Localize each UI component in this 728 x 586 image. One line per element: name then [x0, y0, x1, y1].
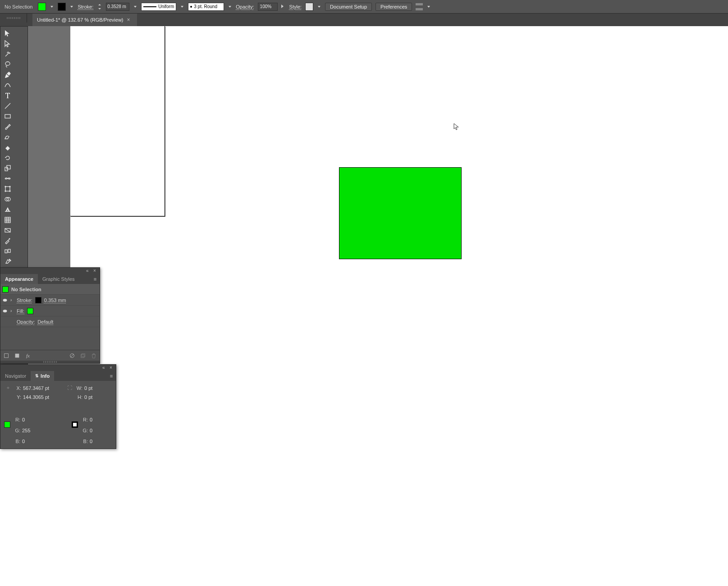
panel-header[interactable]: « ×	[0, 268, 100, 274]
tab-info[interactable]: ⇅Info	[31, 371, 54, 381]
direct-selection-tool[interactable]	[1, 39, 14, 49]
stroke-dropdown[interactable]	[69, 4, 74, 10]
stroke-type-select[interactable]: Uniform	[141, 3, 176, 11]
add-effect-icon[interactable]: fx	[25, 353, 31, 359]
style-dropdown[interactable]	[317, 4, 321, 10]
cursor-icon	[453, 123, 461, 130]
selection-tool[interactable]	[1, 28, 14, 38]
collapse-icon[interactable]: «	[86, 269, 91, 273]
paintbrush-tool[interactable]	[1, 122, 14, 132]
brush-dropdown[interactable]	[228, 4, 232, 10]
opacity-arrow-icon[interactable]	[281, 5, 286, 9]
tab-appearance[interactable]: Appearance	[0, 274, 38, 284]
pasteboard-edge	[28, 26, 70, 267]
tab-navigator[interactable]: Navigator	[0, 371, 31, 381]
rotate-tool[interactable]	[1, 153, 14, 163]
fill-swatch[interactable]	[38, 3, 46, 11]
close-tab-icon[interactable]: ×	[127, 17, 133, 23]
panel-menu-icon[interactable]	[91, 274, 100, 284]
opacity-row-label[interactable]: Opacity:	[17, 319, 35, 325]
scale-tool[interactable]	[1, 163, 14, 173]
stroke-stepper[interactable]	[97, 3, 102, 11]
close-panel-icon[interactable]: ×	[93, 269, 98, 273]
visibility-icon[interactable]	[2, 298, 8, 303]
rectangle-object[interactable]	[339, 167, 462, 259]
opacity-input[interactable]: 100%	[258, 3, 278, 11]
align-icon[interactable]	[416, 3, 423, 10]
brush-select[interactable]: 3 pt. Round	[188, 3, 224, 11]
shaper-tool[interactable]	[1, 132, 14, 142]
visibility-icon[interactable]	[2, 308, 8, 314]
opacity-row-value[interactable]: Default	[37, 319, 53, 325]
lasso-tool[interactable]	[1, 60, 14, 69]
svg-rect-34	[82, 353, 85, 357]
y-value: 144.3065 pt	[23, 394, 55, 400]
appearance-title: No Selection	[11, 287, 41, 292]
delete-icon[interactable]	[91, 353, 97, 359]
fill-color-thumbnail[interactable]	[27, 308, 33, 314]
fill-dropdown[interactable]	[50, 4, 54, 10]
free-transform-tool[interactable]	[1, 184, 14, 194]
stroke-value[interactable]: 0.353 mm	[44, 298, 66, 303]
rectangle-tool[interactable]	[1, 111, 14, 121]
opacity-label: Opacity:	[236, 4, 254, 9]
add-stroke-icon[interactable]	[3, 353, 9, 359]
clear-icon[interactable]	[69, 353, 75, 359]
visibility-icon[interactable]	[2, 319, 8, 325]
stroke-g: 0	[90, 428, 121, 433]
stroke-value-dropdown[interactable]	[133, 4, 137, 10]
curvature-tool[interactable]	[1, 80, 14, 90]
stroke-row[interactable]: › Stroke: 0.353 mm	[0, 295, 100, 306]
color-readout: R:0 G:255 B:0 R:0 G:0 B:0	[4, 415, 112, 446]
style-swatch[interactable]	[305, 3, 313, 11]
svg-rect-1	[5, 114, 10, 118]
panel-tabs: Navigator ⇅Info	[0, 371, 116, 381]
y-label: Y:	[14, 394, 21, 400]
mesh-tool[interactable]	[1, 215, 14, 225]
perspective-grid-tool[interactable]	[1, 205, 14, 215]
stroke-type-dropdown[interactable]	[180, 4, 184, 10]
h-label: H:	[75, 394, 82, 400]
line-segment-tool[interactable]	[1, 101, 14, 111]
stroke-color-thumbnail[interactable]	[35, 297, 41, 303]
svg-point-29	[5, 310, 6, 311]
fill-label[interactable]: Fill:	[17, 308, 24, 314]
stroke-swatch[interactable]	[58, 3, 66, 11]
fill-g: 255	[22, 428, 54, 433]
panel-header[interactable]: « ×	[0, 365, 116, 371]
close-panel-icon[interactable]: ×	[110, 366, 114, 370]
blend-tool[interactable]	[1, 246, 14, 256]
stroke-value-input[interactable]: 0.3528 m	[106, 3, 129, 11]
expand-icon[interactable]: ›	[10, 298, 14, 302]
symbol-sprayer-tool[interactable]	[1, 256, 14, 266]
document-setup-button[interactable]: Document Setup	[325, 3, 372, 11]
document-tab[interactable]: Untitled-1* @ 132.67 % (RGB/Preview) ×	[32, 14, 137, 26]
panel-menu-icon[interactable]	[107, 371, 116, 381]
eyedropper-tool[interactable]	[1, 236, 14, 246]
collapse-icon[interactable]: «	[102, 366, 107, 370]
fill-readout-swatch	[4, 421, 10, 428]
preferences-button[interactable]: Preferences	[375, 3, 412, 11]
type-tool[interactable]	[1, 91, 14, 101]
magic-wand-tool[interactable]	[1, 49, 14, 59]
stroke-label: Stroke:	[78, 4, 93, 9]
stroke-b: 0	[90, 439, 121, 444]
pen-tool[interactable]	[1, 70, 14, 80]
object-thumbnail[interactable]	[2, 286, 9, 293]
duplicate-icon[interactable]	[80, 353, 86, 359]
gradient-tool[interactable]	[1, 225, 14, 235]
crosshair-icon: +	[4, 384, 12, 392]
tab-graphic-styles[interactable]: Graphic Styles	[38, 274, 79, 284]
svg-rect-30	[5, 353, 9, 357]
shape-builder-tool[interactable]	[1, 194, 14, 204]
dock-stub[interactable]	[0, 14, 27, 23]
expand-icon[interactable]: ›	[10, 308, 14, 313]
fill-row[interactable]: › Fill:	[0, 306, 100, 316]
width-tool[interactable]	[1, 174, 14, 183]
add-fill-icon[interactable]	[14, 353, 20, 359]
align-dropdown[interactable]	[426, 4, 431, 10]
stroke-label[interactable]: Stroke:	[17, 298, 32, 303]
eraser-tool[interactable]	[1, 142, 14, 152]
opacity-row[interactable]: Opacity: Default	[0, 316, 100, 327]
canvas-area[interactable]	[28, 26, 728, 586]
